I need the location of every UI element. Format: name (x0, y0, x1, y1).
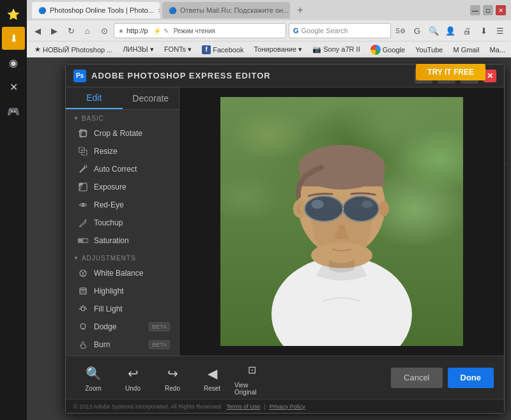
menu-fill-light[interactable]: Fill Light (66, 300, 179, 318)
tab-photoshop[interactable]: 🔵 Photoshop Online Tools | Photo... ✕ (32, 2, 160, 19)
view-original-button[interactable]: ⊡ View Original (234, 360, 269, 396)
privacy-policy-link[interactable]: Privacy Policy (270, 403, 305, 410)
google-icon (370, 45, 381, 55)
terms-of-use-link[interactable]: Terms of Use (226, 403, 260, 410)
try-it-free-banner[interactable]: TRY IT FREE (416, 64, 485, 80)
dialog-body: Edit Decorate ▼ BASIC (66, 87, 504, 356)
tab-close-1[interactable]: ✕ (158, 7, 160, 14)
browser-chrome: 🔵 Photoshop Online Tools | Photo... ✕ 🔵 … (27, 0, 511, 58)
bookmark-google[interactable]: Google (367, 43, 409, 56)
dialog-title: ADOBE PHOTOSHOP EXPRESS EDITOR (91, 71, 409, 80)
highlight-icon (77, 287, 89, 296)
svg-point-6 (84, 165, 87, 168)
sidebar-icon-game[interactable]: 🎮 (2, 100, 25, 123)
photo-container (220, 97, 463, 346)
tab-decorate[interactable]: Decorate (123, 87, 179, 109)
minimize-button[interactable]: — (470, 5, 480, 15)
menu-touchup[interactable]: Touchup (66, 214, 179, 232)
reset-icon: ◀ (202, 363, 222, 384)
svg-rect-20 (80, 289, 86, 294)
sidebar-icon-download[interactable]: ⬇ (2, 27, 25, 50)
menu-highlight[interactable]: Highlight (66, 282, 179, 300)
undo-icon: ↩ (123, 363, 143, 384)
maximize-button[interactable]: □ (483, 5, 493, 15)
dialog-footer: © 2013 Adobe Systems Incorporated. All R… (66, 399, 504, 413)
search-box[interactable]: G Google Search (289, 23, 391, 38)
done-button[interactable]: Done (448, 368, 494, 388)
menu-exposure[interactable]: Exposure (66, 178, 179, 196)
bookmarks-bar: ★ НОВЫЙ Photoshop ... ЛИНЗЫ ▾ FONTs ▾ f … (27, 41, 511, 57)
menu-burn[interactable]: Burn BETA (66, 336, 179, 354)
reload-button[interactable]: ↻ (64, 24, 78, 38)
sidebar-icon-tools[interactable]: ✕ (2, 75, 25, 98)
forward-button[interactable]: ▶ (47, 24, 61, 38)
svg-line-12 (85, 220, 86, 221)
undo-button[interactable]: ↩ Undo (116, 363, 150, 392)
sidebar-icon-star[interactable]: ⭐ (2, 3, 25, 26)
back-button[interactable]: ◀ (31, 24, 45, 38)
new-tab-button[interactable]: + (293, 3, 308, 18)
eye-icon (77, 200, 89, 209)
menu-auto-correct[interactable]: Auto Correct (66, 160, 179, 178)
bookmark-sony[interactable]: 📷 Sony a7R II (309, 44, 364, 55)
svg-point-11 (82, 204, 84, 206)
resize-icon (77, 147, 89, 156)
sidebar-icon-rss[interactable]: ◉ (2, 51, 25, 74)
bookmark-facebook[interactable]: f Facebook (198, 44, 247, 56)
bookmark-ma[interactable]: Ма... (485, 45, 509, 55)
menu-resize[interactable]: Resize (66, 142, 179, 160)
close-button[interactable]: ✕ (496, 5, 506, 15)
extensions-button[interactable]: S⚙ (393, 24, 408, 38)
menu-saturation[interactable]: Saturation (66, 232, 179, 250)
redo-button[interactable]: ↪ Redo (155, 363, 190, 392)
svg-line-5 (80, 167, 85, 172)
menu-red-eye[interactable]: Red-Eye (66, 196, 179, 214)
svg-point-38 (343, 196, 379, 221)
svg-point-41 (362, 200, 373, 208)
svg-point-25 (81, 307, 85, 311)
bookmark-toning[interactable]: Тонирование ▾ (250, 44, 306, 55)
svg-line-16 (80, 271, 83, 273)
bookmark-fonts[interactable]: FONTs ▾ (160, 44, 195, 55)
bookmark-photoshop[interactable]: ★ НОВЫЙ Photoshop ... (31, 44, 116, 55)
nav-more[interactable]: G (410, 24, 424, 38)
history-button[interactable]: ⊙ (97, 24, 111, 38)
nav-download[interactable]: ⬇ (477, 24, 491, 38)
person-svg (220, 97, 463, 346)
tab-edit[interactable]: Edit (66, 87, 123, 109)
zoom-button[interactable]: 🔍 Zoom (76, 363, 111, 392)
bookmark-linzy[interactable]: ЛИНЗЫ ▾ (119, 44, 158, 55)
bookmark-gmail[interactable]: M Gmail (449, 45, 483, 55)
image-area (179, 87, 504, 356)
dialog-close-btn[interactable]: ✕ (484, 70, 496, 82)
nav-print[interactable]: 🖨 (460, 24, 474, 38)
wand-icon (77, 165, 89, 174)
left-panel: Edit Decorate ▼ BASIC (66, 87, 179, 356)
nav-bar: ◀ ▶ ↻ ⌂ ⊙ ★ http://p ⚡ ✎ Режим чтения G … (27, 20, 511, 41)
dodge-beta-badge: BETA (149, 322, 170, 331)
svg-line-23 (85, 306, 86, 308)
svg-point-28 (80, 324, 86, 329)
tab-mailru[interactable]: 🔵 Ответы Mail.Ru: Подскажите он... ✕ (162, 2, 290, 19)
address-bar[interactable]: ★ http://p ⚡ ✎ Режим чтения (114, 23, 286, 38)
exposure-icon (77, 183, 89, 191)
menu-sharpen[interactable]: Sharpen (66, 354, 179, 356)
nav-menu[interactable]: ☰ (493, 24, 507, 38)
menu-crop-rotate[interactable]: Crop & Rotate (66, 124, 179, 142)
nav-user[interactable]: 👤 (443, 24, 457, 38)
menu-scroll[interactable]: ▼ BASIC Crop & Rotate (66, 110, 179, 356)
menu-white-balance[interactable]: White Balance (66, 264, 179, 282)
white-balance-icon (77, 269, 89, 278)
svg-line-17 (83, 271, 86, 273)
cancel-button[interactable]: Cancel (391, 368, 442, 388)
menu-dodge[interactable]: Dodge BETA (66, 318, 179, 336)
dodge-icon (77, 322, 89, 331)
svg-point-35 (379, 201, 389, 216)
nav-search-icon[interactable]: 🔍 (427, 24, 441, 38)
bookmark-youtube[interactable]: YouTube (411, 45, 446, 55)
section-basic: ▼ BASIC (66, 110, 179, 124)
reset-button[interactable]: ◀ Reset (195, 363, 229, 392)
home-button[interactable]: ⌂ (80, 24, 95, 38)
crop-icon (77, 129, 89, 138)
fill-light-icon (77, 304, 89, 313)
